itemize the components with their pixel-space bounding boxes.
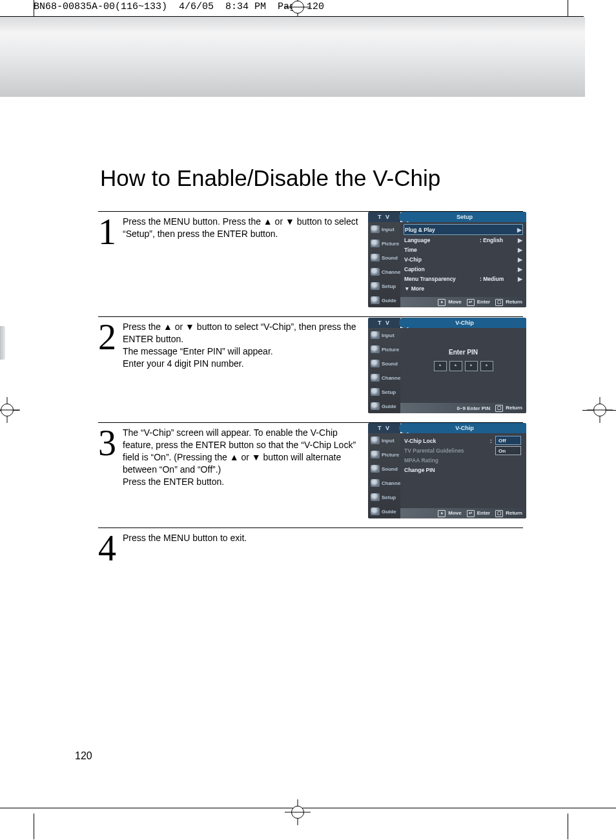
step-4: 4 Press the MENU button to exit. xyxy=(98,528,523,564)
picture-icon xyxy=(371,451,380,458)
osd-footer: ♦Move ↵Enter ▢Return xyxy=(400,297,526,307)
setup-icon xyxy=(371,388,380,396)
step-number: 4 xyxy=(98,533,121,564)
header-date: 4/6/05 xyxy=(179,1,214,12)
move-hint: ♦Move xyxy=(438,299,461,306)
sidebar-item-setup: Setup xyxy=(368,385,400,399)
osd-pin: T V V-Chip Input Picture Sound Channel S… xyxy=(368,318,526,413)
step-text: The “V-Chip” screen will appear. To enab… xyxy=(123,427,362,487)
crop-target-left xyxy=(0,397,20,423)
crop-line xyxy=(34,0,34,17)
channel-icon xyxy=(371,374,380,382)
menu-mpaa: MPAA Rating xyxy=(404,455,522,465)
sidebar-label: Setup xyxy=(382,283,396,289)
step-text: Press the MENU button. Press the ▲ or ▼ … xyxy=(123,216,362,240)
sidebar-item-picture: Picture xyxy=(368,447,400,462)
header-time: 8:34 PM xyxy=(225,1,266,12)
sidebar-label: Setup xyxy=(382,495,396,500)
menu-transparency: Menu Transparency: Medium▶ xyxy=(404,274,522,283)
osd-sidebar: Input Picture Sound Channel Setup Guide xyxy=(368,433,400,518)
setup-icon xyxy=(371,282,380,290)
option-off: Off xyxy=(495,436,521,445)
chevron-right-icon: ▶ xyxy=(516,276,522,282)
crop-line xyxy=(568,0,568,17)
option-dropdown: Off On xyxy=(495,436,521,455)
picture-icon xyxy=(371,240,380,247)
chevron-right-icon: ▶ xyxy=(516,256,522,263)
menu-language: Language: English▶ xyxy=(404,235,522,245)
enter-icon: ↵ xyxy=(467,299,475,306)
sidebar-label: Setup xyxy=(382,389,396,395)
osd-title: Setup xyxy=(403,212,526,222)
sidebar-item-input: Input xyxy=(368,433,400,447)
sidebar-label: Input xyxy=(382,333,395,338)
sidebar-label: Channel xyxy=(382,375,402,381)
sidebar-item-setup: Setup xyxy=(368,490,400,504)
sidebar-label: Picture xyxy=(382,241,399,247)
osd-head: T V V-Chip xyxy=(368,423,526,433)
chevron-right-icon: ▶ xyxy=(516,266,522,272)
osd-tv-label: T V xyxy=(368,318,400,328)
sidebar-label: Guide xyxy=(382,509,396,515)
pin-digit: * xyxy=(434,361,447,371)
sidebar-label: Sound xyxy=(382,255,398,261)
return-icon: ▢ xyxy=(495,299,503,306)
menu-plug-play: Plug & Play▶ xyxy=(404,224,523,235)
osd-setup: T V Setup Input Picture Sound Channel Se… xyxy=(368,212,526,307)
tab-stub xyxy=(0,326,5,360)
header-file: BN68-00835A-00(116~133) xyxy=(34,1,167,12)
updown-icon: ♦ xyxy=(438,510,446,517)
enterpin-hint: 0~9 Enter PIN xyxy=(455,405,490,411)
sidebar-label: Input xyxy=(382,438,395,444)
sidebar-item-input: Input xyxy=(368,328,400,342)
page-title: How to Enable/Disable the V-Chip xyxy=(100,165,440,191)
steel-band xyxy=(0,17,585,97)
divider xyxy=(98,316,523,317)
osd-tv-label: T V xyxy=(368,212,400,222)
sound-icon xyxy=(371,465,380,473)
osd-head: T V V-Chip xyxy=(368,318,526,328)
crop-target-right xyxy=(587,397,613,423)
sidebar-item-setup: Setup xyxy=(368,279,400,293)
step-number: 2 xyxy=(98,322,121,353)
osd-content: Enter PIN * * * * xyxy=(400,328,526,403)
menu-more: ▼ More xyxy=(404,283,522,293)
page-number: 120 xyxy=(75,750,92,762)
sidebar-item-sound: Sound xyxy=(368,356,400,371)
step-number: 3 xyxy=(98,428,121,459)
sidebar-label: Input xyxy=(382,227,395,232)
option-on: On xyxy=(495,446,521,455)
input-icon xyxy=(371,436,380,444)
sidebar-label: Sound xyxy=(382,466,398,472)
crop-line xyxy=(568,814,568,839)
step-number: 1 xyxy=(98,217,121,248)
osd-vchip: T V V-Chip Input Picture Sound Channel S… xyxy=(368,423,526,518)
step-text: Press the MENU button to exit. xyxy=(123,532,362,544)
chevron-right-icon: ▶ xyxy=(516,237,522,243)
sidebar-item-sound: Sound xyxy=(368,462,400,476)
sidebar-item-input: Input xyxy=(368,222,400,236)
pin-boxes: * * * * xyxy=(434,361,493,371)
sidebar-item-channel: Channel xyxy=(368,371,400,385)
crop-line xyxy=(34,814,34,839)
crop-target-bottom xyxy=(285,799,311,825)
page: BN68-00835A-00(116~133) 4/6/05 8:34 PM P… xyxy=(0,0,616,840)
osd-title: V-Chip xyxy=(403,423,526,433)
input-icon xyxy=(371,331,380,339)
move-hint: ♦Move xyxy=(438,510,461,517)
return-hint: ▢Return xyxy=(495,405,522,412)
enter-icon: ↵ xyxy=(467,510,475,517)
sidebar-item-channel: Channel xyxy=(368,265,400,279)
setup-icon xyxy=(371,493,380,501)
divider xyxy=(98,528,523,528)
sidebar-item-picture: Picture xyxy=(368,342,400,356)
sidebar-label: Guide xyxy=(382,298,396,303)
channel-icon xyxy=(371,479,380,487)
sidebar-label: Channel xyxy=(382,480,402,486)
step-text: Press the ▲ or ▼ button to select “V-Chi… xyxy=(123,321,362,370)
sidebar-label: Guide xyxy=(382,404,396,409)
osd-sidebar: Input Picture Sound Channel Setup Guide xyxy=(368,222,400,307)
pin-digit: * xyxy=(480,361,493,371)
sidebar-item-guide: Guide xyxy=(368,504,400,518)
osd-title: V-Chip xyxy=(403,318,526,328)
